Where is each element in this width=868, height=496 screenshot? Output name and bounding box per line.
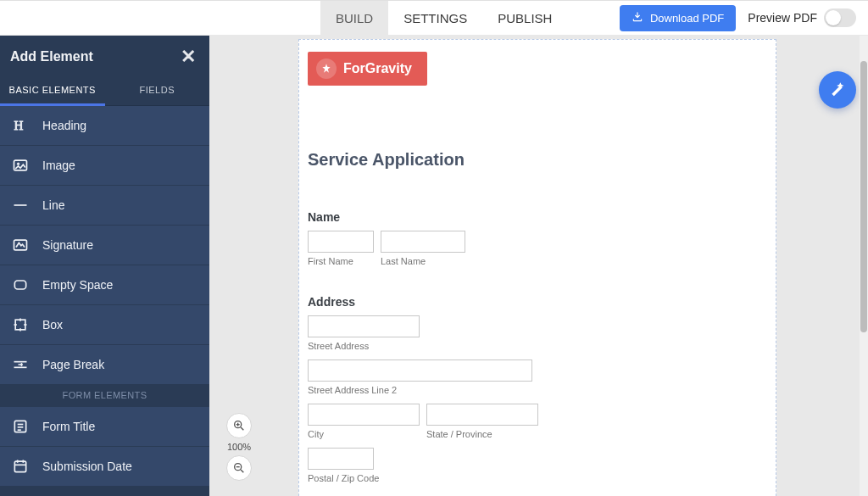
sidebar-item-label: Submission Date bbox=[42, 460, 132, 473]
svg-text:H: H bbox=[14, 119, 24, 132]
magic-wand-button[interactable] bbox=[819, 71, 856, 109]
svg-rect-6 bbox=[15, 320, 25, 330]
brand-badge: ForGravity bbox=[308, 52, 427, 86]
sidebar-items: H Heading Image Line Signature bbox=[0, 106, 209, 496]
empty-space-icon bbox=[12, 276, 29, 293]
toggle-knob bbox=[826, 10, 841, 25]
tab-build[interactable]: BUILD bbox=[320, 1, 388, 35]
sidebar-tab-fields[interactable]: FIELDS bbox=[105, 76, 210, 105]
sidebar-header: Add Element ✕ bbox=[0, 36, 209, 76]
download-pdf-button[interactable]: Download PDF bbox=[620, 5, 736, 31]
sidebar-item-image[interactable]: Image bbox=[0, 145, 209, 185]
preview-toggle[interactable] bbox=[824, 8, 856, 27]
field-label-name: Name bbox=[308, 210, 767, 224]
svg-rect-5 bbox=[14, 281, 25, 289]
postal-input[interactable] bbox=[308, 448, 374, 470]
sidebar-item-box[interactable]: Box bbox=[0, 304, 209, 344]
sidebar-title: Add Element bbox=[10, 49, 93, 64]
first-name-input[interactable] bbox=[308, 231, 374, 253]
sidebar-item-form-title[interactable]: Form Title bbox=[0, 406, 209, 446]
field-label-address: Address bbox=[308, 295, 767, 309]
top-bar: BUILD SETTINGS PUBLISH Download PDF Prev… bbox=[0, 0, 868, 35]
wand-icon bbox=[829, 80, 846, 100]
svg-line-26 bbox=[241, 470, 243, 472]
sidebar-item-label: Empty Space bbox=[42, 278, 113, 292]
sidebar-item-signature[interactable]: Signature bbox=[0, 225, 209, 265]
box-icon bbox=[12, 316, 29, 333]
top-tabs: BUILD SETTINGS PUBLISH bbox=[320, 1, 567, 35]
svg-point-2 bbox=[17, 163, 19, 165]
sidebar-group-form-elements: FORM ELEMENTS bbox=[0, 384, 209, 406]
close-icon[interactable]: ✕ bbox=[181, 47, 196, 66]
street-address-2-input[interactable] bbox=[308, 359, 532, 382]
sidebar-item-heading[interactable]: H Heading bbox=[0, 106, 209, 145]
sidebar-tabs: BASIC ELEMENTS FIELDS bbox=[0, 76, 209, 106]
form-title-icon bbox=[12, 418, 29, 435]
sidebar-item-label: Page Break bbox=[42, 358, 104, 371]
sidebar-item-label: Image bbox=[42, 159, 75, 172]
city-input[interactable] bbox=[308, 404, 420, 426]
brand-icon bbox=[316, 59, 337, 79]
line-icon bbox=[12, 197, 29, 214]
sidebar-item-submission-date[interactable]: Submission Date bbox=[0, 446, 209, 486]
submission-date-icon bbox=[12, 458, 29, 475]
scrollbar-thumb[interactable] bbox=[860, 61, 867, 332]
sidebar: Add Element ✕ BASIC ELEMENTS FIELDS H He… bbox=[0, 36, 209, 496]
sidebar-item-label: Heading bbox=[42, 119, 86, 132]
zoom-in-button[interactable] bbox=[226, 413, 252, 438]
page-inner: ForGravity Service Application Name Firs… bbox=[299, 40, 776, 496]
sidebar-item-label: Signature bbox=[42, 238, 93, 252]
postal-sublabel: Postal / Zip Code bbox=[308, 473, 767, 483]
first-name-sublabel: First Name bbox=[308, 256, 374, 266]
zoom-controls: 100% bbox=[225, 413, 253, 481]
last-name-sublabel: Last Name bbox=[381, 256, 465, 266]
window-scrollbar[interactable] bbox=[860, 36, 868, 496]
city-sublabel: City bbox=[308, 429, 420, 439]
signature-icon bbox=[12, 237, 29, 254]
zoom-level: 100% bbox=[227, 442, 251, 452]
tab-publish[interactable]: PUBLISH bbox=[482, 1, 567, 35]
street-address-sublabel: Street Address bbox=[308, 341, 767, 351]
brand-text: ForGravity bbox=[343, 61, 412, 76]
state-input[interactable] bbox=[426, 404, 538, 426]
last-name-input[interactable] bbox=[381, 231, 465, 253]
page-break-icon bbox=[12, 356, 29, 373]
heading-icon: H bbox=[12, 117, 29, 134]
pdf-page[interactable]: ForGravity Service Application Name Firs… bbox=[298, 39, 776, 496]
sidebar-item-label: Box bbox=[42, 318, 63, 332]
sidebar-item-label: Form Title bbox=[42, 420, 95, 433]
download-icon bbox=[632, 11, 643, 25]
sidebar-item-line[interactable]: Line bbox=[0, 185, 209, 225]
sidebar-item-page-break[interactable]: Page Break bbox=[0, 344, 209, 384]
state-sublabel: State / Province bbox=[426, 429, 538, 439]
preview-label: Preview PDF bbox=[748, 11, 817, 25]
download-label: Download PDF bbox=[650, 12, 724, 25]
field-address: Address Street Address Street Address Li… bbox=[308, 295, 767, 483]
tab-settings[interactable]: SETTINGS bbox=[388, 1, 482, 35]
svg-line-22 bbox=[241, 427, 243, 430]
svg-rect-17 bbox=[14, 461, 25, 472]
canvas: ForGravity Service Application Name Firs… bbox=[209, 36, 868, 496]
sidebar-tab-basic-elements[interactable]: BASIC ELEMENTS bbox=[0, 76, 105, 105]
image-icon bbox=[12, 157, 29, 174]
field-name: Name First Name Last Name bbox=[308, 210, 767, 266]
street-address-2-sublabel: Street Address Line 2 bbox=[308, 385, 767, 395]
preview-pdf-toggle-group: Preview PDF bbox=[748, 8, 856, 27]
top-right: Download PDF Preview PDF bbox=[620, 1, 868, 35]
sidebar-item-empty-space[interactable]: Empty Space bbox=[0, 265, 209, 304]
street-address-input[interactable] bbox=[308, 315, 420, 337]
form-title: Service Application bbox=[308, 150, 767, 170]
zoom-out-button[interactable] bbox=[226, 455, 252, 481]
sidebar-item-label: Line bbox=[42, 198, 64, 212]
